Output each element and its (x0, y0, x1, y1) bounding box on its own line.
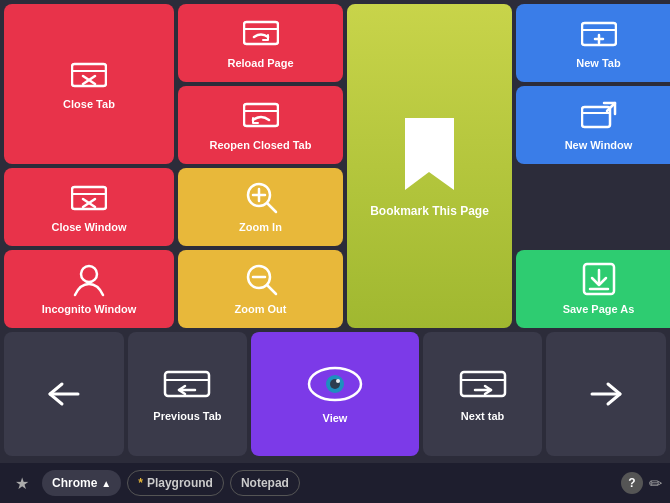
svg-rect-10 (72, 187, 106, 209)
playground-tab-label: Playground (147, 476, 213, 490)
chrome-tab[interactable]: Chrome ▲ (42, 470, 121, 496)
close-tab-label: Close Tab (63, 98, 115, 111)
playground-tab-dot: * (138, 476, 143, 490)
chrome-tab-label: Chrome (52, 476, 97, 490)
svg-line-23 (267, 285, 276, 294)
next-tab-tile[interactable]: Next tab (423, 332, 543, 456)
new-tab-tile[interactable]: New Tab (516, 4, 670, 82)
previous-tab-tile[interactable]: Previous Tab (128, 332, 248, 456)
reopen-closed-tab-label: Reopen Closed Tab (210, 139, 312, 152)
svg-rect-4 (244, 22, 278, 44)
star-button[interactable]: ★ (8, 469, 36, 497)
zoom-in-tile[interactable]: Zoom In (178, 168, 343, 246)
save-page-tile[interactable]: Save Page As (516, 250, 670, 328)
taskbar: ★ Chrome ▲ * Playground Notepad ? ✏ (0, 463, 670, 503)
bottom-action-row: Previous Tab View Next tab (0, 332, 670, 460)
bookmark-tile[interactable]: Bookmark This Page (347, 4, 512, 328)
incognito-window-tile[interactable]: Incognito Window (4, 250, 174, 328)
previous-tab-label: Previous Tab (153, 410, 221, 422)
new-tab-label: New Tab (576, 57, 620, 70)
edit-button[interactable]: ✏ (649, 474, 662, 493)
chrome-tab-arrow: ▲ (101, 478, 111, 489)
help-button[interactable]: ? (621, 472, 643, 494)
svg-rect-28 (244, 104, 278, 126)
close-tab-tile[interactable]: Close Tab (4, 4, 174, 164)
close-window-tile[interactable]: Close Window (4, 168, 174, 246)
zoom-in-label: Zoom In (239, 221, 282, 234)
new-window-label: New Window (565, 139, 633, 152)
notepad-tab[interactable]: Notepad (230, 470, 300, 496)
back-tile[interactable] (4, 332, 124, 456)
svg-rect-31 (165, 372, 209, 396)
view-tile[interactable]: View (251, 332, 418, 456)
forward-tile[interactable] (546, 332, 666, 456)
playground-tab[interactable]: * Playground (127, 470, 224, 496)
svg-point-37 (336, 379, 340, 383)
close-window-label: Close Window (51, 221, 126, 234)
action-grid: Close Tab Reload Page Bookmark This Page… (0, 0, 670, 332)
notepad-tab-label: Notepad (241, 476, 289, 490)
svg-rect-0 (72, 64, 106, 86)
next-tab-label: Next tab (461, 410, 504, 422)
reload-page-tile[interactable]: Reload Page (178, 4, 343, 82)
reload-page-label: Reload Page (227, 57, 293, 70)
new-window-tile[interactable]: New Window (516, 86, 670, 164)
svg-point-21 (81, 266, 97, 282)
bookmark-label: Bookmark This Page (370, 204, 489, 218)
zoom-out-tile[interactable]: Zoom Out (178, 250, 343, 328)
save-page-label: Save Page As (563, 303, 635, 316)
zoom-out-label: Zoom Out (235, 303, 287, 316)
incognito-window-label: Incognito Window (42, 303, 137, 316)
reopen-closed-tab-tile[interactable]: Reopen Closed Tab (178, 86, 343, 164)
svg-rect-38 (461, 372, 505, 396)
svg-line-15 (267, 203, 276, 212)
svg-rect-18 (582, 107, 610, 127)
view-label: View (323, 412, 348, 424)
